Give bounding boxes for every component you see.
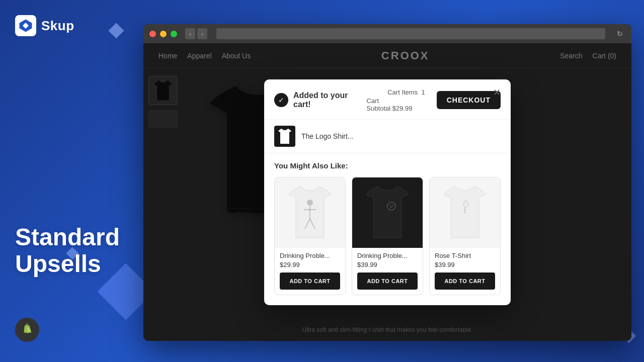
- upsell-atc-3[interactable]: ADD TO CART: [435, 273, 495, 290]
- cart-subtotal: Cart Subtotal $29.99: [366, 97, 425, 112]
- upsell-name-2: Drinking Proble...: [357, 252, 418, 259]
- upsell-img-1: [275, 177, 345, 248]
- modal-product-row: The Logo Shirt...: [264, 120, 511, 153]
- browser-nav: ‹ ›: [185, 28, 207, 39]
- upsell-info-2: Drinking Proble... $39.99 ADD TO CART: [352, 248, 423, 295]
- modal-product-thumb: [274, 126, 295, 147]
- svg-point-1: [307, 200, 313, 206]
- upsell-img-2: [352, 177, 423, 248]
- browser-chrome: ‹ › ↻: [143, 24, 631, 43]
- upsell-img-3: [430, 177, 500, 248]
- cart-items-count: Cart Items 1: [387, 88, 425, 96]
- modal-overlay: ✓ Added to your cart! Cart Items 1 Cart …: [143, 43, 631, 341]
- back-button[interactable]: ‹: [185, 28, 195, 39]
- upsell-name-1: Drinking Proble...: [280, 252, 340, 259]
- skup-logo-text: Skup: [41, 18, 74, 34]
- added-info: ✓ Added to your cart!: [274, 91, 366, 109]
- shopify-badge: [15, 318, 39, 342]
- modal-header: ✓ Added to your cart! Cart Items 1 Cart …: [264, 79, 511, 120]
- check-icon: ✓: [274, 93, 288, 107]
- upsell-price-2: $39.99: [357, 261, 418, 268]
- upsell-products: Drinking Proble... $29.99 ADD TO CART: [274, 177, 501, 295]
- browser-window: ‹ › ↻ Home Apparel About Us CROOX Search…: [143, 24, 631, 341]
- upsell-atc-2[interactable]: ADD TO CART: [357, 273, 418, 290]
- traffic-light-green[interactable]: [171, 31, 177, 37]
- upsell-name-3: Rose T-Shirt: [435, 252, 495, 259]
- upsells-title: You Might Also Like:: [274, 161, 501, 170]
- forward-button[interactable]: ›: [197, 28, 207, 39]
- upsell-price-1: $29.99: [280, 261, 340, 268]
- upsell-info-1: Drinking Proble... $29.99 ADD TO CART: [275, 248, 345, 295]
- tagline: StandardUpsells: [15, 224, 128, 278]
- added-text: Added to your cart!: [293, 91, 366, 109]
- upsell-card-2: Drinking Proble... $39.99 ADD TO CART: [352, 177, 423, 295]
- left-panel: Skup StandardUpsells: [0, 0, 143, 362]
- close-modal-button[interactable]: ✕: [490, 85, 504, 100]
- address-bar[interactable]: [216, 28, 605, 39]
- skup-logo-icon: [15, 15, 36, 36]
- logo-area: Skup: [15, 15, 128, 36]
- upsell-card-3: Rose T-Shirt $39.99 ADD TO CART: [429, 177, 501, 295]
- cart-summary: Cart Items 1 Cart Subtotal $29.99: [366, 88, 425, 112]
- upsells-section: You Might Also Like:: [264, 153, 511, 305]
- traffic-light-yellow[interactable]: [160, 31, 167, 37]
- traffic-light-red[interactable]: [149, 31, 156, 37]
- refresh-button[interactable]: ↻: [614, 28, 625, 39]
- modal-product-name: The Logo Shirt...: [301, 132, 354, 140]
- upsell-price-3: $39.99: [435, 261, 495, 268]
- upsell-atc-1[interactable]: ADD TO CART: [280, 273, 340, 290]
- website: Home Apparel About Us CROOX Search Cart …: [143, 43, 631, 341]
- upsell-info-3: Rose T-Shirt $39.99 ADD TO CART: [430, 248, 500, 295]
- cart-modal: ✓ Added to your cart! Cart Items 1 Cart …: [264, 79, 511, 305]
- upsell-card-1: Drinking Proble... $29.99 ADD TO CART: [274, 177, 346, 295]
